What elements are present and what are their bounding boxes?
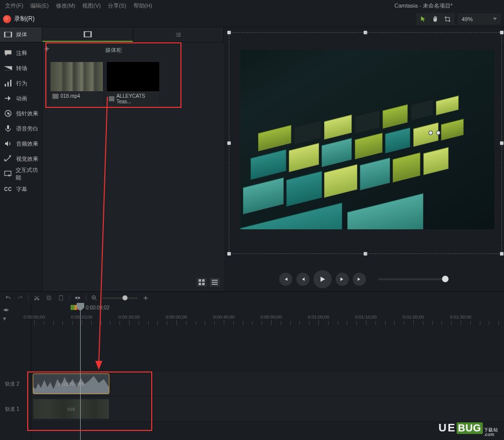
sidebar-item-visual[interactable]: 视觉效果 [0, 151, 42, 166]
sidebar-label-interactive: 交互式功能 [16, 166, 42, 181]
zoom-in-button[interactable]: ＋ [142, 294, 150, 302]
resize-handle-left[interactable] [227, 142, 231, 145]
menu-edit[interactable]: 编辑(E) [28, 1, 51, 11]
timeline-clip-1[interactable]: 018 [33, 399, 109, 419]
zoom-out-button[interactable] [90, 294, 98, 302]
toolbar: 录制(R) 49% [0, 11, 504, 27]
media-icon [4, 31, 12, 38]
sidebar-item-media[interactable]: 媒体 [0, 27, 42, 42]
svg-rect-13 [176, 33, 177, 33]
split-button[interactable] [74, 294, 82, 302]
sidebar-item-animations[interactable]: 动画 [0, 91, 42, 106]
svg-rect-1 [4, 32, 6, 37]
resize-handle-br[interactable] [500, 252, 503, 256]
behaviors-icon [4, 80, 12, 87]
media-bin-title: 媒体柜 [46, 43, 180, 57]
resize-handle-tl[interactable] [227, 31, 231, 34]
preview-panel [224, 27, 504, 291]
chevron-down-icon [493, 18, 497, 20]
media-clip[interactable]: ALLEYCATS Teas... [107, 62, 159, 106]
resize-handle-right[interactable] [500, 142, 503, 145]
sidebar-item-transitions[interactable]: 转场 [0, 60, 42, 76]
svg-rect-6 [10, 80, 12, 86]
slider-knob[interactable] [442, 276, 449, 282]
expand-button[interactable]: ◂▸ [3, 306, 12, 313]
resize-handle-bl[interactable] [227, 252, 231, 256]
menu-modify[interactable]: 修改(M) [54, 1, 78, 11]
timeline-clip-2[interactable]: ALLEYCATS [33, 374, 109, 394]
step-back-button[interactable] [296, 273, 309, 286]
menu-help[interactable]: 帮助(H) [132, 1, 154, 11]
sidebar-item-voice[interactable]: 语音旁白 [0, 121, 42, 136]
pointer-tool-icon[interactable] [418, 14, 428, 24]
paste-button[interactable] [57, 294, 65, 302]
cut-button[interactable] [33, 294, 41, 302]
crop-tool-icon[interactable] [443, 14, 453, 24]
clip-name: 018.mp4 [60, 93, 80, 99]
transitions-icon [4, 65, 12, 72]
sidebar-item-cursor[interactable]: 指针效果 [0, 106, 42, 121]
annotations-icon [4, 49, 12, 56]
collapse-button[interactable]: ▾ [3, 315, 12, 322]
playhead[interactable] [80, 304, 81, 440]
step-forward-button[interactable] [336, 273, 349, 286]
prev-frame-button[interactable] [279, 273, 292, 286]
tab-clip-bin[interactable] [42, 27, 133, 42]
slider-knob[interactable] [122, 295, 128, 300]
sidebar-item-behaviors[interactable]: 行为 [0, 76, 42, 91]
track-2[interactable]: 轨道 2 ALLEYCATS [31, 371, 504, 397]
sidebar-label-visual: 视觉效果 [16, 155, 38, 163]
timeline-ruler[interactable]: 0:00:09;02 0:00:00;000:00:10;000:00:20;0… [31, 304, 504, 325]
speaker-icon [4, 140, 12, 147]
tab-library[interactable] [133, 27, 224, 42]
svg-rect-33 [78, 297, 80, 299]
resize-handle-tr[interactable] [500, 31, 503, 34]
menu-view[interactable]: 视图(V) [80, 1, 103, 11]
svg-rect-31 [60, 295, 62, 296]
resize-handle-top[interactable] [364, 31, 367, 34]
media-clip[interactable]: 018.mp4 [50, 62, 103, 106]
svg-rect-30 [59, 296, 63, 300]
sidebar-item-captions[interactable]: CC 字幕 [0, 181, 42, 197]
svg-rect-16 [177, 34, 180, 35]
grid-view-button[interactable] [197, 278, 207, 287]
record-button[interactable]: 录制(R) [3, 15, 35, 23]
sidebar-label-animations: 动画 [16, 95, 27, 102]
svg-rect-8 [7, 125, 9, 129]
sidebar-item-interactive[interactable]: 交互式功能 [0, 166, 42, 181]
sidebar-item-audio[interactable]: 音频效果 [0, 136, 42, 151]
timeline-zoom-slider[interactable] [102, 297, 138, 299]
canvas-tool-group [416, 13, 455, 25]
film-icon [52, 94, 58, 99]
next-frame-button[interactable] [353, 273, 366, 286]
svg-rect-4 [5, 84, 6, 86]
zoom-value: 49% [462, 16, 473, 22]
copy-button[interactable] [45, 294, 53, 302]
cursor-effects-icon [4, 110, 12, 117]
svg-rect-15 [176, 34, 177, 35]
timeline-main[interactable]: 0:00:09;02 0:00:00;000:00:10;000:00:20;0… [31, 304, 504, 440]
svg-rect-23 [212, 280, 218, 281]
video-preview[interactable] [240, 50, 494, 229]
list-view-button[interactable] [210, 278, 220, 287]
svg-rect-9 [5, 171, 11, 176]
menu-file[interactable]: 文件(F) [3, 1, 25, 11]
menu-share[interactable]: 分享(S) [106, 1, 129, 11]
redo-button[interactable] [16, 294, 24, 302]
svg-rect-5 [8, 82, 9, 86]
track-spacer [31, 325, 504, 371]
sidebar-label-media: 媒体 [16, 31, 27, 38]
svg-rect-2 [11, 32, 12, 37]
canvas-frame[interactable] [229, 32, 502, 254]
sidebar-label-voice: 语音旁白 [16, 125, 38, 133]
undo-button[interactable] [4, 294, 12, 302]
resize-handle-bottom[interactable] [364, 252, 367, 256]
svg-rect-14 [177, 33, 180, 33]
panel-tabs [42, 27, 224, 42]
zoom-dropdown[interactable]: 49% [458, 14, 501, 25]
track-1[interactable]: 轨道 1 018 [31, 397, 504, 422]
sidebar-item-annotations[interactable]: 注释 [0, 45, 42, 60]
play-button[interactable] [313, 270, 332, 288]
volume-slider[interactable] [378, 278, 449, 280]
hand-tool-icon[interactable] [430, 14, 440, 24]
